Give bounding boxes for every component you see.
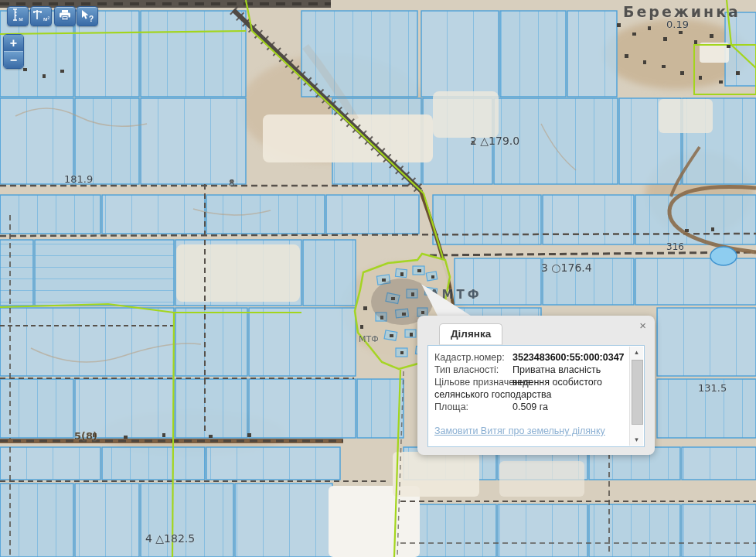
map-label-elevation-131: 131.5 <box>698 382 727 394</box>
field-area: Площа:0.509 га <box>434 401 625 413</box>
field-ownership-type: Тип власності:Приватна власність <box>434 364 625 376</box>
field-label: Цільове призначення: <box>434 376 513 388</box>
cursor-icon <box>81 9 89 23</box>
scroll-down-icon[interactable]: ▾ <box>630 434 643 446</box>
identify-question-mark: ? <box>89 15 94 23</box>
area-icon <box>32 9 43 23</box>
field-value: 0.509 га <box>513 402 548 412</box>
order-extract-link[interactable]: Замовити Витяг про земельну ділянку <box>434 425 625 437</box>
close-icon[interactable]: × <box>639 320 646 331</box>
parcel-info-popup: × Ділянка Кадастр.номер:3523483600:55:00… <box>417 316 655 455</box>
field-label: Тип власності: <box>434 364 513 376</box>
map-viewer: Бережинка 0.19 2 △179.0 3 ○176.4 181.9 1… <box>0 0 756 557</box>
popup-scrollbar[interactable]: ▴ ▾ <box>629 347 643 446</box>
map-label-8: 8 <box>229 178 235 189</box>
map-label-elevation-181: 181.9 <box>64 173 93 185</box>
measure-length-button[interactable]: м <box>7 6 29 26</box>
field-value: 3523483600:55:000:0347 <box>513 352 625 363</box>
map-label-elevation-179: 2 △179.0 <box>470 135 519 147</box>
parcel-info-body: Кадастр.номер:3523483600:55:000:0347 Тип… <box>427 345 645 447</box>
map-label-elevation-176: 3 ○176.4 <box>541 261 592 274</box>
field-cadastral-number: Кадастр.номер:3523483600:55:000:0347 <box>434 351 625 364</box>
measure-area-button[interactable]: м² <box>30 6 52 26</box>
map-label-road-5-8: 5(8) <box>74 430 97 442</box>
identify-button[interactable]: ? <box>77 6 98 26</box>
field-purpose: Цільове призначення:ведення особистого с… <box>434 376 625 401</box>
measure-area-unit: м² <box>43 15 49 22</box>
ruler-icon <box>12 9 18 24</box>
map-label-0-19: 0.19 <box>666 19 689 30</box>
printer-icon <box>59 9 71 24</box>
tab-parcel[interactable]: Ділянка <box>439 323 502 345</box>
map-label-mtf: МТФ <box>359 334 379 344</box>
scroll-thumb[interactable] <box>632 360 643 425</box>
map-label-elevation-182: 4 △182.5 <box>145 532 195 545</box>
scroll-up-icon[interactable]: ▴ <box>630 347 643 358</box>
map-label-berezhynka: Бережинка <box>623 3 741 20</box>
zoom-in-button[interactable]: + <box>4 35 23 52</box>
measure-length-unit: м <box>19 15 23 22</box>
field-label: Кадастр.номер: <box>434 351 513 364</box>
zoom-out-button[interactable]: − <box>4 52 23 68</box>
pond <box>710 247 737 265</box>
field-value: Приватна власність <box>513 364 601 375</box>
map-label-316: 316 <box>666 241 684 252</box>
print-button[interactable] <box>54 6 76 26</box>
popup-callout-arrow <box>417 280 487 319</box>
map-canvas[interactable] <box>0 0 756 557</box>
zoom-control: + − <box>3 34 24 69</box>
field-label: Площа: <box>434 401 513 413</box>
